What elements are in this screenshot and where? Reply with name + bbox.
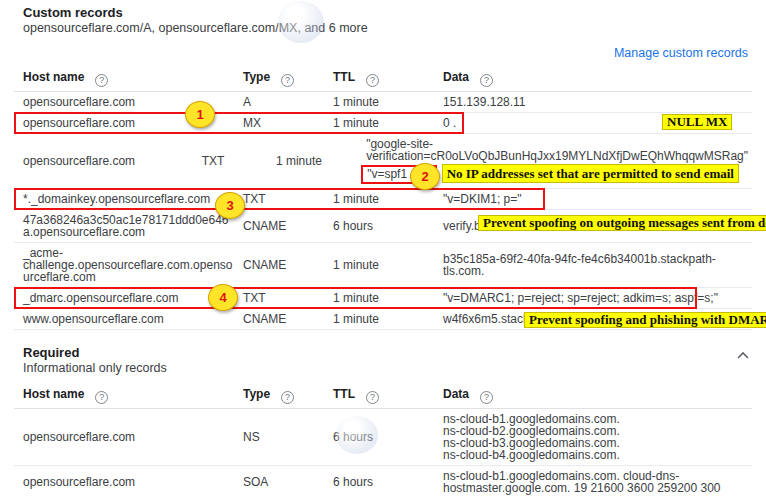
null-mx-highlight: NULL MX [662, 114, 732, 130]
type-cell: NS [234, 431, 324, 443]
ttl-cell: 1 minute [324, 292, 434, 304]
table-row-dmarc-record: 4 _dmarc.opensourceflare.com TXT 1 minut… [14, 288, 752, 309]
column-header-data: Data? [434, 388, 752, 404]
host-cell: opensourceflare.com [14, 476, 234, 488]
dmarc-note-highlight: Prevent spoofing and phishing with DMARC [524, 312, 766, 328]
column-header-ttl: TTL? [324, 70, 434, 87]
table-row-www-cname-record: Prevent spoofing and phishing with DMARC… [14, 309, 752, 330]
section-title: Required [23, 345, 748, 361]
table-row-acme-challenge-record: _acme-challenge.opensourceflare.com.open… [14, 243, 752, 288]
section-subtitle: Informational only records [23, 361, 748, 376]
help-icon[interactable]: ? [281, 391, 294, 404]
host-cell: _dmarc.opensourceflare.com [14, 292, 234, 304]
table-row-ns-record: opensourceflare.com NS 6 hours ns-cloud-… [14, 409, 752, 466]
host-cell: opensourceflare.com [14, 431, 234, 443]
collapse-chevron-icon[interactable] [736, 346, 754, 360]
data-cell: "v=DKIM1; p=" [434, 193, 752, 205]
column-header-type: Type? [234, 70, 324, 87]
type-cell: A [234, 96, 324, 108]
host-cell: opensourceflare.com [14, 155, 193, 167]
required-section-header: Required Informational only records [0, 340, 766, 376]
type-cell: MX [234, 117, 324, 129]
required-records-table: Host name? Type? TTL? Data? opensourcefl… [14, 383, 752, 496]
host-cell: *._domainkey.opensourceflare.com [14, 193, 234, 205]
help-icon[interactable]: ? [366, 391, 379, 404]
host-cell: 47a368246a3c50ac1e78171ddd0e646a.opensou… [14, 214, 234, 238]
table-row-soa-record: opensourceflare.com SOA 6 hours ns-cloud… [14, 466, 752, 496]
type-cell: TXT [234, 193, 324, 205]
custom-records-section-header: Custom records opensourceflare.com/A, op… [0, 0, 766, 36]
data-cell: ns-cloud-b1.googledomains.com. ns-cloud-… [434, 413, 752, 461]
callout-marker-4: 4 [208, 284, 238, 311]
type-cell: TXT [193, 155, 267, 167]
ttl-cell: 1 minute [324, 313, 434, 325]
dkim-note-highlight: Prevent spoofing on outgoing messages se… [478, 215, 766, 231]
ttl-cell: 1 minute [267, 155, 357, 167]
custom-table-header-row: Host name? Type? TTL? Data? [14, 66, 752, 92]
column-header-data: Data? [434, 71, 752, 87]
table-row-dkim-record: 3 *._domainkey.opensourceflare.com TXT 1… [14, 189, 752, 210]
help-icon[interactable]: ? [366, 74, 379, 87]
spf-note-highlight: No IP addresses set that are permitted t… [442, 164, 739, 183]
table-row-verification-cname-record: Prevent spoofing on outgoing messages se… [14, 210, 752, 243]
ns-value: ns-cloud-b4.googledomains.com. [443, 449, 748, 461]
ttl-cell: 1 minute [324, 193, 434, 205]
type-cell: CNAME [234, 220, 324, 232]
type-cell: SOA [234, 476, 324, 488]
help-icon[interactable]: ? [281, 74, 294, 87]
help-icon[interactable]: ? [95, 391, 108, 404]
column-header-host-name: Host name? [14, 71, 234, 87]
host-cell: www.opensourceflare.com [14, 313, 234, 325]
callout-marker-3: 3 [215, 192, 245, 219]
callout-marker-1: 1 [185, 101, 215, 128]
ttl-cell: 1 minute [324, 96, 434, 108]
table-row-a-record: opensourceflare.com A 1 minute 151.139.1… [14, 92, 752, 113]
ttl-cell: 6 hours [324, 220, 434, 232]
ttl-cell: 1 minute [324, 117, 434, 129]
type-cell: TXT [234, 292, 324, 304]
column-header-ttl: TTL? [324, 387, 434, 404]
column-header-host-name: Host name? [14, 388, 234, 404]
section-subtitle: opensourceflare.com/A, opensourceflare.c… [23, 21, 748, 36]
column-header-type: Type? [234, 387, 324, 404]
type-cell: CNAME [234, 313, 324, 325]
section-title: Custom records [23, 5, 748, 21]
type-cell: CNAME [234, 259, 324, 271]
help-icon[interactable]: ? [480, 391, 493, 404]
callout-marker-2: 2 [410, 163, 440, 190]
table-row-mx-record: 1 NULL MX opensourceflare.com MX 1 minut… [14, 113, 752, 134]
help-icon[interactable]: ? [480, 74, 493, 87]
manage-custom-records-link[interactable]: Manage custom records [614, 46, 748, 60]
table-row-txt-spf-record: 2 opensourceflare.com TXT 1 minute "goog… [14, 134, 752, 189]
help-icon[interactable]: ? [95, 74, 108, 87]
data-cell: b35c185a-69f2-40fa-94fc-fe4c6b34001b.sta… [434, 253, 752, 277]
required-table-header-row: Host name? Type? TTL? Data? [14, 383, 752, 409]
host-cell: _acme-challenge.opensourceflare.com.open… [14, 247, 234, 283]
data-cell: "v=DMARC1; p=reject; sp=reject; adkim=s;… [434, 292, 752, 304]
txt-verification-value: "google-site-verification=cR0oLVoQbJBunH… [366, 138, 748, 162]
manage-link-row: Manage custom records [0, 36, 766, 66]
ttl-cell: 6 hours [324, 431, 434, 443]
data-cell: 151.139.128.11 [434, 96, 752, 108]
custom-records-table: Host name? Type? TTL? Data? opensourcefl… [14, 66, 752, 330]
ttl-cell: 1 minute [324, 259, 434, 271]
ttl-cell: 6 hours [324, 476, 434, 488]
data-cell: ns-cloud-b1.googledomains.com. cloud-dns… [434, 470, 752, 494]
